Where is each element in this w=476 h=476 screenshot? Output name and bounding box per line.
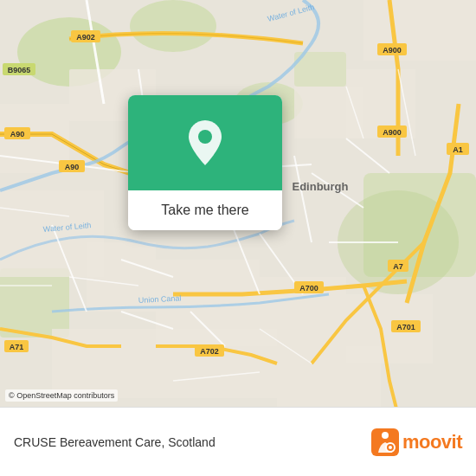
moovit-brand-name: moovit: [402, 431, 462, 453]
svg-point-71: [198, 130, 212, 144]
location-pin-icon: [184, 119, 226, 167]
svg-text:A701: A701: [396, 323, 415, 331]
svg-point-2: [130, 0, 216, 52]
svg-text:A90: A90: [65, 163, 80, 171]
svg-text:A702: A702: [200, 347, 219, 356]
svg-rect-21: [277, 346, 381, 407]
svg-text:B9065: B9065: [8, 66, 31, 74]
popup-card: Take me there: [128, 95, 282, 230]
bottom-bar: CRUSE Bereavement Care, Scotland moovit: [0, 407, 476, 476]
svg-point-75: [389, 446, 392, 449]
svg-rect-14: [138, 329, 208, 398]
moovit-brand-icon: [371, 428, 399, 456]
osm-attribution: © OpenStreetMap contributors: [5, 389, 118, 402]
svg-text:A7: A7: [393, 262, 403, 271]
svg-text:A90: A90: [10, 130, 25, 138]
svg-rect-5: [0, 268, 69, 338]
svg-text:A700: A700: [299, 284, 318, 293]
svg-text:A900: A900: [383, 128, 402, 137]
map-container: A902 B9065 A90 A90 A900 A900 A1 A7 A700 …: [0, 0, 476, 407]
svg-text:A71: A71: [10, 343, 24, 351]
svg-text:A902: A902: [76, 33, 95, 42]
location-text: CRUSE Bereavement Care, Scotland: [14, 435, 215, 449]
svg-point-73: [382, 432, 389, 439]
moovit-logo: moovit: [371, 428, 462, 456]
take-me-there-button[interactable]: Take me there: [128, 190, 282, 230]
svg-text:Edinburgh: Edinburgh: [293, 180, 349, 193]
popup-green-area: [128, 95, 282, 190]
svg-text:A1: A1: [453, 145, 463, 154]
svg-text:A900: A900: [383, 46, 402, 55]
